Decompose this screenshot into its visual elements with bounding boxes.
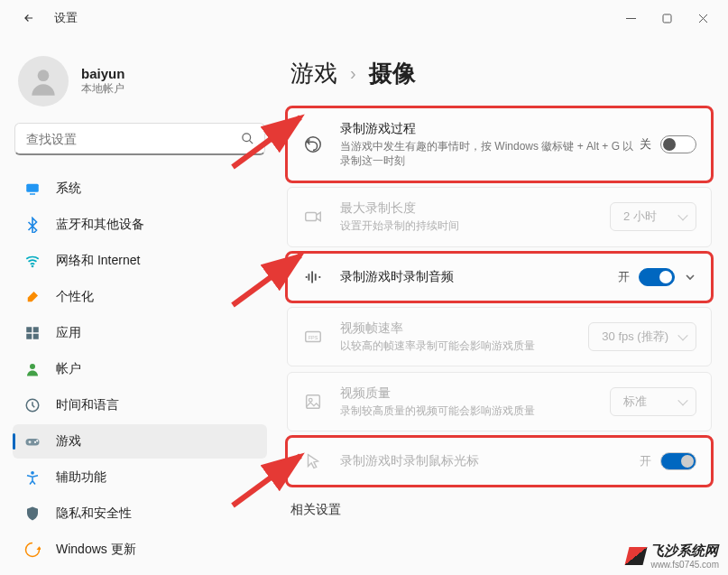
- sidebar-item-label: 帐户: [56, 361, 81, 377]
- svg-rect-7: [33, 327, 39, 332]
- bluetooth-icon: [23, 216, 41, 234]
- sidebar-item-label: 系统: [56, 181, 81, 197]
- search-icon: [241, 132, 254, 149]
- svg-rect-3: [26, 184, 39, 192]
- select-quality[interactable]: 标准: [610, 387, 696, 416]
- setting-record-clip[interactable]: 录制游戏过程当游戏中发生有趣的事情时，按 Windows 徽标键 + Alt +…: [287, 107, 712, 181]
- setting-desc: 录制较高质量的视频可能会影响游戏质量: [340, 403, 610, 418]
- sidebar-item-label: 时间和语言: [56, 397, 119, 413]
- window-title: 设置: [54, 10, 78, 26]
- shield-icon: [23, 505, 41, 523]
- maximize-button[interactable]: [649, 5, 685, 32]
- sidebar-item-label: 应用: [56, 325, 81, 341]
- gamepad-icon: [23, 432, 41, 450]
- sidebar-item-update[interactable]: Windows 更新: [13, 533, 267, 567]
- clock-icon: [23, 396, 41, 414]
- sidebar-item-clock[interactable]: 时间和语言: [13, 388, 267, 422]
- svg-rect-20: [307, 395, 320, 409]
- person-icon: [23, 360, 41, 378]
- select-fps[interactable]: 30 fps (推荐): [588, 322, 696, 351]
- apps-icon: [23, 324, 41, 342]
- svg-rect-6: [26, 327, 32, 332]
- sidebar-item-brush[interactable]: 个性化: [13, 280, 267, 314]
- setting-record-audio[interactable]: 录制游戏时录制音频开: [287, 253, 712, 301]
- search-input[interactable]: [14, 123, 265, 155]
- sidebar-item-accessibility[interactable]: 辅助功能: [13, 460, 267, 495]
- quality-icon: [302, 391, 324, 413]
- breadcrumb: 游戏 › 摄像: [287, 52, 712, 107]
- breadcrumb-parent[interactable]: 游戏: [290, 58, 337, 89]
- breadcrumb-current: 摄像: [369, 58, 416, 89]
- svg-point-2: [243, 134, 251, 142]
- fps-icon: FPS: [302, 326, 324, 348]
- cursor-icon: [302, 450, 324, 472]
- sidebar-item-label: 网络和 Internet: [56, 253, 140, 269]
- accessibility-icon: [23, 468, 41, 487]
- svg-text:FPS: FPS: [309, 334, 318, 339]
- sidebar-item-wifi[interactable]: 网络和 Internet: [13, 244, 267, 278]
- toggle-switch[interactable]: [660, 135, 696, 153]
- profile-name: baiyun: [81, 66, 124, 81]
- toggle-state-label: 关: [640, 136, 651, 153]
- setting-quality[interactable]: 视频质量录制较高质量的视频可能会影响游戏质量标准: [287, 372, 712, 431]
- chevron-down-icon[interactable]: [684, 271, 696, 283]
- watermark: 飞沙系统网 www.fs0745.com: [627, 543, 719, 570]
- rewind-icon: [302, 134, 324, 155]
- setting-title: 录制游戏时录制音频: [340, 269, 618, 285]
- content-area: 游戏 › 摄像 录制游戏过程当游戏中发生有趣的事情时，按 Windows 徽标键…: [280, 36, 728, 575]
- chevron-right-icon: ›: [350, 63, 356, 84]
- sidebar-item-bluetooth[interactable]: 蓝牙和其他设备: [13, 208, 267, 242]
- profile-subtitle: 本地帐户: [81, 81, 124, 97]
- svg-point-15: [31, 471, 34, 475]
- svg-rect-17: [306, 213, 317, 221]
- setting-title: 录制游戏过程: [340, 121, 640, 137]
- svg-point-5: [32, 265, 34, 268]
- watermark-cn: 飞沙系统网: [650, 543, 719, 560]
- setting-max-length[interactable]: 最大录制长度设置开始录制的持续时间2 小时: [287, 187, 712, 246]
- settings-list: 录制游戏过程当游戏中发生有趣的事情时，按 Windows 徽标键 + Alt +…: [287, 107, 712, 486]
- svg-point-1: [38, 70, 50, 81]
- toggle-state-label: 开: [640, 453, 651, 469]
- camcorder-icon: [302, 206, 324, 227]
- system-icon: [23, 180, 41, 198]
- svg-point-10: [30, 364, 35, 369]
- watermark-en: www.fs0745.com: [650, 560, 719, 570]
- update-icon: [23, 541, 41, 559]
- sidebar: baiyun 本地帐户 系统蓝牙和其他设备网络和 Internet个性化应用帐户…: [0, 36, 280, 575]
- sidebar-item-label: 蓝牙和其他设备: [56, 217, 144, 233]
- toggle-switch[interactable]: [639, 268, 675, 286]
- setting-title: 录制游戏时录制鼠标光标: [340, 453, 640, 469]
- svg-rect-9: [33, 334, 39, 339]
- back-button[interactable]: [18, 7, 40, 29]
- watermark-logo: [625, 547, 648, 565]
- related-settings-heading: 相关设置: [287, 486, 712, 525]
- titlebar: 设置: [0, 0, 728, 36]
- setting-title: 最大录制长度: [340, 200, 610, 217]
- setting-desc: 设置开始录制的持续时间: [340, 218, 610, 233]
- sidebar-item-shield[interactable]: 隐私和安全性: [13, 496, 267, 531]
- sidebar-item-label: 游戏: [56, 433, 81, 450]
- sidebar-item-label: 隐私和安全性: [56, 505, 132, 522]
- setting-cursor[interactable]: 录制游戏时录制鼠标光标开: [287, 437, 712, 486]
- minimize-button[interactable]: [613, 5, 649, 32]
- toggle-switch[interactable]: [660, 452, 696, 470]
- avatar: [18, 56, 69, 107]
- setting-fps[interactable]: FPS视频帧速率以较高的帧速率录制可能会影响游戏质量30 fps (推荐): [287, 307, 712, 366]
- svg-point-21: [309, 398, 312, 402]
- sidebar-item-label: 辅助功能: [56, 469, 106, 486]
- sidebar-item-apps[interactable]: 应用: [13, 316, 267, 350]
- sidebar-item-gamepad[interactable]: 游戏: [13, 424, 267, 459]
- wifi-icon: [23, 252, 41, 270]
- profile-block[interactable]: baiyun 本地帐户: [9, 43, 271, 123]
- sidebar-item-label: Windows 更新: [56, 542, 136, 558]
- svg-point-14: [36, 440, 38, 441]
- svg-rect-4: [30, 193, 35, 195]
- sidebar-item-system[interactable]: 系统: [13, 172, 267, 206]
- close-button[interactable]: [685, 5, 721, 32]
- sidebar-item-person[interactable]: 帐户: [13, 352, 267, 386]
- waveform-icon: [302, 266, 324, 288]
- nav-list: 系统蓝牙和其他设备网络和 Internet个性化应用帐户时间和语言游戏辅助功能隐…: [9, 166, 271, 567]
- svg-rect-8: [26, 334, 32, 339]
- setting-desc: 当游戏中发生有趣的事情时，按 Windows 徽标键 + Alt + G 以录制…: [340, 139, 640, 168]
- select-max-length[interactable]: 2 小时: [610, 202, 696, 231]
